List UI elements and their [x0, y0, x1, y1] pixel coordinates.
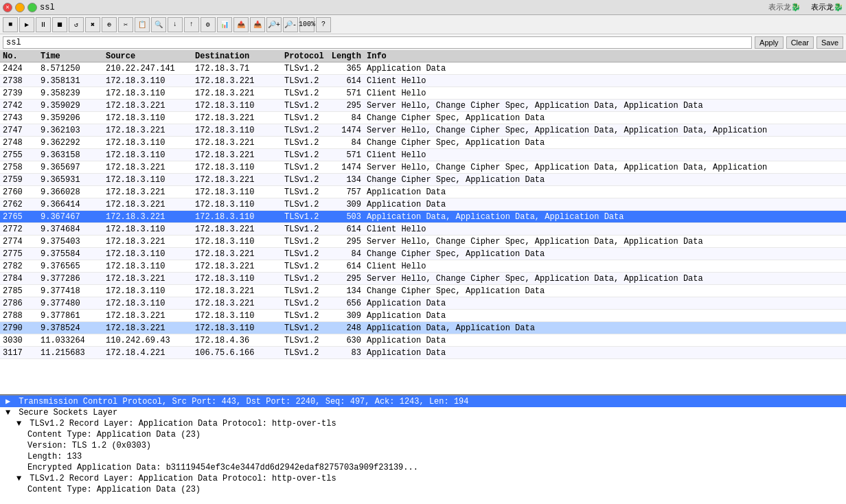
toolbar-btn-12[interactable]: ↑ — [184, 17, 199, 32]
tcp-detail-row[interactable]: ▶ Transmission Control Protocol, Src Por… — [0, 396, 846, 407]
toolbar-btn-7[interactable]: ⊕ — [102, 17, 117, 32]
encrypted1-text: Encrypted Application Data: b31119454ef3… — [27, 463, 418, 472]
content-type1-row[interactable]: Content Type: Application Data (23) — [0, 429, 846, 440]
toolbar-btn-13[interactable]: ⚙ — [201, 17, 216, 32]
cell-no: 2424 — [0, 64, 38, 73]
encrypted1-row[interactable]: Encrypted Application Data: b31119454ef3… — [0, 462, 846, 473]
toolbar-btn-5[interactable]: ↺ — [69, 17, 84, 32]
tls2-expand-icon[interactable]: ▼ — [16, 474, 25, 483]
cell-dest: 172.18.3.110 — [192, 311, 282, 321]
cell-no: 2747 — [0, 126, 38, 135]
toolbar-btn-9[interactable]: 📋 — [135, 17, 150, 32]
content-type2-text: Content Type: Application Data (23) — [27, 485, 201, 494]
cell-time: 9.362103 — [38, 126, 103, 135]
cell-info: Change Cipher Spec, Application Data — [364, 175, 846, 185]
col-protocol: Protocol — [282, 51, 326, 61]
toolbar-btn-1[interactable]: ■ — [3, 17, 18, 32]
filter-input[interactable]: ssl — [3, 36, 752, 49]
toolbar-btn-2[interactable]: ▶ — [19, 17, 34, 32]
table-row[interactable]: 2762 9.366414 172.18.3.221 172.18.3.110 … — [0, 198, 846, 211]
cell-length: 84 — [326, 113, 364, 123]
maximize-button[interactable] — [27, 3, 37, 12]
tls-record1-row[interactable]: ▼ TLSv1.2 Record Layer: Application Data… — [0, 418, 846, 429]
cell-proto: TLSv1.2 — [282, 150, 326, 160]
table-row[interactable]: 2765 9.367467 172.18.3.221 172.18.3.110 … — [0, 211, 846, 223]
cell-source: 172.18.3.110 — [103, 225, 192, 234]
toolbar-btn-19[interactable]: 100% — [299, 17, 315, 32]
table-row[interactable]: 2790 9.378524 172.18.3.221 172.18.3.110 … — [0, 322, 846, 334]
cell-length: 571 — [326, 150, 364, 160]
table-row[interactable]: 2758 9.365697 172.18.3.221 172.18.3.110 … — [0, 161, 846, 174]
table-row[interactable]: 2759 9.365931 172.18.3.110 172.18.3.221 … — [0, 174, 846, 186]
table-row[interactable]: 2772 9.374684 172.18.3.110 172.18.3.221 … — [0, 223, 846, 236]
table-row[interactable]: 2774 9.375403 172.18.3.221 172.18.3.110 … — [0, 236, 846, 248]
table-row[interactable]: 2738 9.358131 172.18.3.110 172.18.3.221 … — [0, 75, 846, 87]
length1-row[interactable]: Length: 133 — [0, 451, 846, 462]
cell-time: 9.366414 — [38, 200, 103, 209]
cell-no: 2790 — [0, 323, 38, 333]
cell-time: 9.365931 — [38, 175, 103, 185]
close-button[interactable]: ✕ — [3, 3, 12, 12]
table-row[interactable]: 2755 9.363158 172.18.3.110 172.18.3.221 … — [0, 149, 846, 161]
tls-record2-row[interactable]: ▼ TLSv1.2 Record Layer: Application Data… — [0, 473, 846, 484]
toolbar-btn-16[interactable]: 📥 — [250, 17, 265, 32]
table-row[interactable]: 2782 9.376565 172.18.3.110 172.18.3.221 … — [0, 260, 846, 273]
table-row[interactable]: 2424 8.571250 210.22.247.141 172.18.3.71… — [0, 62, 846, 75]
table-row[interactable]: 2784 9.377286 172.18.3.221 172.18.3.110 … — [0, 273, 846, 285]
toolbar-btn-15[interactable]: 📤 — [233, 17, 249, 32]
toolbar-btn-10[interactable]: 🔍 — [151, 17, 166, 32]
cell-time: 9.367467 — [38, 212, 103, 222]
cell-info: Application Data, Application Data — [364, 323, 846, 333]
filter-apply-button[interactable]: Apply — [755, 36, 784, 49]
cell-dest: 172.18.3.110 — [192, 323, 282, 333]
cell-no: 2784 — [0, 274, 38, 284]
table-row[interactable]: 2742 9.359029 172.18.3.221 172.18.3.110 … — [0, 100, 846, 112]
cell-time: 9.358239 — [38, 89, 103, 98]
length1-text: Length: 133 — [27, 452, 82, 461]
cell-time: 8.571250 — [38, 64, 103, 73]
table-row[interactable]: 3030 11.033264 110.242.69.43 172.18.4.36… — [0, 334, 846, 347]
table-row[interactable]: 2748 9.362292 172.18.3.110 172.18.3.221 … — [0, 137, 846, 149]
cell-proto: TLSv1.2 — [282, 274, 326, 284]
filter-save-button[interactable]: Save — [816, 36, 843, 49]
cell-time: 11.033264 — [38, 336, 103, 345]
toolbar-btn-18[interactable]: 🔎- — [283, 17, 298, 32]
toolbar: ■ ▶ ⏸ ⏹ ↺ ✖ ⊕ ✂ 📋 🔍 ↓ ↑ ⚙ 📊 📤 📥 🔎+ 🔎- 10… — [0, 15, 846, 34]
table-row[interactable]: 2760 9.366028 172.18.3.221 172.18.3.110 … — [0, 186, 846, 198]
table-row[interactable]: 2743 9.359206 172.18.3.110 172.18.3.221 … — [0, 112, 846, 124]
cell-info: Client Hello — [364, 76, 846, 86]
cell-no: 2765 — [0, 212, 38, 222]
tcp-expand-icon[interactable]: ▶ — [5, 396, 14, 406]
ssl-detail-row[interactable]: ▼ Secure Sockets Layer — [0, 407, 846, 418]
table-row[interactable]: 2788 9.377861 172.18.3.221 172.18.3.110 … — [0, 310, 846, 322]
column-headers: No. Time Source Destination Protocol Len… — [0, 51, 846, 62]
toolbar-btn-17[interactable]: 🔎+ — [266, 17, 282, 32]
cell-source: 210.22.247.141 — [103, 64, 192, 73]
cell-time: 9.377861 — [38, 311, 103, 321]
table-row[interactable]: 2747 9.362103 172.18.3.221 172.18.3.110 … — [0, 124, 846, 137]
toolbar-btn-6[interactable]: ✖ — [85, 17, 100, 32]
table-row[interactable]: 2785 9.377418 172.18.3.110 172.18.3.221 … — [0, 285, 846, 297]
cell-info: Server Hello, Change Cipher Spec, Applic… — [364, 101, 846, 111]
toolbar-btn-14[interactable]: 📊 — [217, 17, 232, 32]
version1-row[interactable]: Version: TLS 1.2 (0x0303) — [0, 440, 846, 451]
toolbar-btn-11[interactable]: ↓ — [168, 17, 183, 32]
ssl-expand-icon[interactable]: ▼ — [5, 408, 14, 417]
cell-info: Server Hello, Change Cipher Spec, Applic… — [364, 274, 846, 284]
cell-source: 172.18.3.221 — [103, 274, 192, 284]
cell-dest: 172.18.3.221 — [192, 89, 282, 98]
cell-source: 172.18.3.221 — [103, 187, 192, 197]
minimize-button[interactable] — [15, 3, 25, 12]
toolbar-btn-4[interactable]: ⏹ — [52, 17, 67, 32]
filter-clear-button[interactable]: Clear — [786, 36, 814, 49]
content-type2-row[interactable]: Content Type: Application Data (23) — [0, 484, 846, 495]
table-row[interactable]: 2786 9.377480 172.18.3.110 172.18.3.221 … — [0, 297, 846, 310]
toolbar-btn-3[interactable]: ⏸ — [36, 17, 51, 32]
table-row[interactable]: 2739 9.358239 172.18.3.110 172.18.3.221 … — [0, 87, 846, 100]
table-row[interactable]: 2775 9.375584 172.18.3.110 172.18.3.221 … — [0, 248, 846, 260]
toolbar-btn-20[interactable]: ? — [316, 17, 331, 32]
tls1-expand-icon[interactable]: ▼ — [16, 419, 25, 428]
toolbar-btn-8[interactable]: ✂ — [118, 17, 133, 32]
cell-source: 172.18.3.110 — [103, 286, 192, 296]
table-row[interactable]: 3117 11.215683 172.18.4.221 106.75.6.166… — [0, 347, 846, 359]
